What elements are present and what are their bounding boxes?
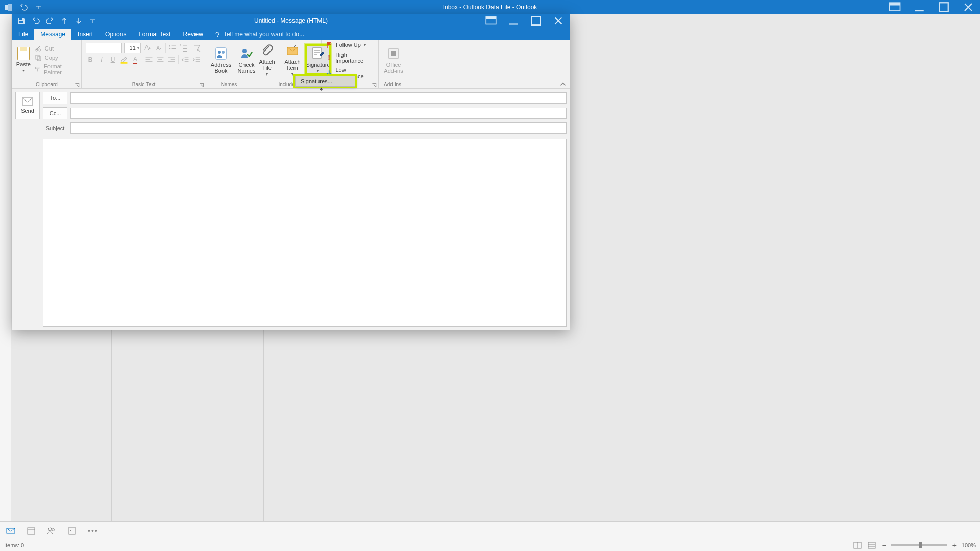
group-label-basic-text: Basic Text [132,82,155,87]
bold-icon[interactable]: B [86,55,95,64]
cut-button[interactable]: Cut [33,44,78,53]
tab-review[interactable]: Review [177,29,209,40]
paste-button[interactable]: Paste ▾ [15,47,32,73]
view-normal-icon[interactable] [853,541,862,550]
tab-message[interactable]: Message [34,29,71,40]
align-right-icon[interactable] [167,55,176,64]
svg-point-17 [216,32,219,35]
people-icon[interactable] [47,526,56,535]
follow-up-button[interactable]: Follow Up ▾ [325,41,375,49]
tab-insert[interactable]: Insert [71,29,99,40]
tasks-icon[interactable] [67,526,77,535]
tab-format-text[interactable]: Format Text [132,29,177,40]
addins-icon [386,46,401,61]
compose-ribbon-tabs: File Message Insert Options Format Text … [12,28,570,40]
decrease-indent-icon[interactable] [181,55,190,64]
font-family-select[interactable] [86,43,122,53]
highlight-icon[interactable] [119,55,129,64]
align-left-icon[interactable] [144,55,154,64]
separator [178,55,179,64]
outlook-navigation-bar: ••• [0,521,980,539]
subject-label: Subject [43,125,67,131]
paste-icon [17,47,30,60]
attach-item-label: Attach Item [284,59,300,71]
nav-more-icon[interactable]: ••• [88,527,99,535]
copy-button[interactable]: Copy [33,54,78,62]
outlook-title-text: Inbox - Outlook Data File - Outlook [443,4,537,11]
office-addins-button[interactable]: Office Add-ins [382,45,405,75]
ribbon-display-options-icon[interactable] [480,14,502,28]
attach-item-icon [285,43,300,58]
italic-icon[interactable]: I [97,55,106,64]
bullets-icon[interactable] [168,43,177,53]
outlook-icon [4,3,12,11]
qat-customize-icon[interactable] [89,17,97,25]
font-color-icon[interactable]: A [131,55,140,64]
underline-icon[interactable]: U [108,55,117,64]
grow-font-icon[interactable]: A▴ [143,43,152,53]
address-book-label: Address Book [211,62,231,74]
tab-file[interactable]: File [12,29,34,40]
ribbon-display-options-icon[interactable] [883,0,906,14]
clear-formatting-icon[interactable] [192,43,202,53]
flag-icon [326,41,333,48]
format-painter-button[interactable]: Format Painter [33,63,78,76]
mail-icon[interactable] [6,526,15,535]
signatures-menu-item[interactable]: Signatures... [296,76,355,86]
cut-label: Cut [45,45,54,52]
svg-rect-33 [391,51,396,56]
zoom-slider[interactable] [891,544,947,546]
increase-indent-icon[interactable] [192,55,201,64]
dialog-launcher-icon[interactable] [371,82,377,88]
close-button[interactable] [547,14,570,28]
previous-item-icon[interactable] [60,17,68,25]
group-label-names: Names [221,82,237,87]
close-button[interactable] [957,0,980,14]
redo-icon[interactable] [46,17,54,25]
save-icon[interactable] [17,17,26,25]
collapse-ribbon-icon[interactable] [558,80,568,88]
zoom-in-icon[interactable]: + [952,541,957,549]
to-button[interactable]: To... [43,92,67,104]
format-painter-label: Format Painter [44,63,76,76]
dialog-launcher-icon[interactable] [74,82,80,88]
dialog-launcher-icon[interactable] [199,82,205,88]
address-book-icon [214,46,228,61]
to-field[interactable] [70,92,567,104]
next-item-icon[interactable] [75,17,83,25]
svg-rect-1 [8,4,12,11]
attach-file-button[interactable]: Attach File ▾ [255,42,279,78]
numbering-icon[interactable]: 1 [179,43,188,53]
ribbon-group-names: Address Book Check Names Names [206,40,252,88]
font-size-select[interactable]: 11 [124,43,141,53]
compose-titlebar: Untitled - Message (HTML) [12,14,570,28]
high-importance-button[interactable]: ! High Importance [325,51,375,64]
address-book-button[interactable]: Address Book [209,45,233,75]
attach-item-button[interactable]: Attach Item ▾ [281,42,304,78]
minimize-button[interactable] [502,14,525,28]
svg-rect-15 [486,17,496,19]
send-button[interactable]: Send [15,92,40,119]
separator [190,43,190,53]
tell-me-search[interactable]: Tell me what you want to do... [209,31,309,40]
align-center-icon[interactable] [156,55,165,64]
chevron-down-icon: ▾ [22,68,24,73]
svg-rect-11 [868,542,875,548]
subject-field[interactable] [70,122,567,134]
chevron-down-icon: ▾ [266,72,268,77]
svg-rect-22 [36,67,39,68]
message-body[interactable] [43,139,567,327]
tab-options[interactable]: Options [99,29,132,40]
zoom-out-icon[interactable]: − [881,541,886,549]
shrink-font-icon[interactable]: A▾ [154,43,163,53]
view-reading-icon[interactable] [867,541,876,550]
maximize-button[interactable] [525,14,547,28]
undo-icon[interactable] [32,17,40,25]
undo-icon[interactable] [19,3,28,11]
qat-customize-icon[interactable] [35,3,43,11]
cc-field[interactable] [70,108,567,119]
minimize-button[interactable] [908,0,931,14]
maximize-button[interactable] [932,0,955,14]
cc-button[interactable]: Cc... [43,107,67,119]
calendar-icon[interactable] [27,526,36,535]
